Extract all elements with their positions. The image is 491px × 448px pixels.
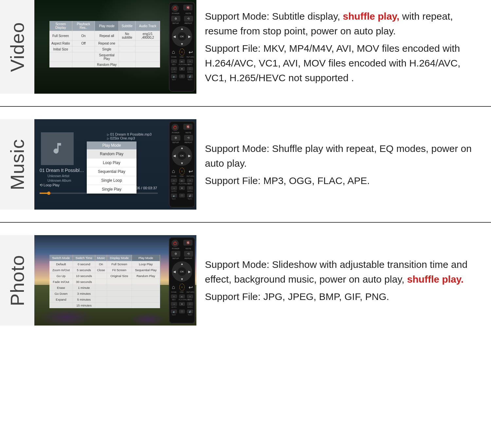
repeat-button[interactable]: ⟲	[184, 135, 193, 141]
setup-button[interactable]: ⚙	[171, 16, 180, 22]
menu-option[interactable]: 1 minute	[73, 285, 95, 291]
return-button[interactable]: ↩	[188, 168, 193, 175]
power-button[interactable]	[172, 124, 179, 131]
dpad[interactable]: ▲ ▼ ◀ ▶ OK	[172, 261, 192, 282]
mute-button[interactable]: 🔇	[183, 240, 192, 246]
ratio-button[interactable]: ⛶	[187, 67, 193, 71]
menu-header[interactable]: Screen Display	[49, 21, 72, 31]
play-mode-option[interactable]: Single Play	[87, 185, 136, 194]
mute-button[interactable]: 🔇	[183, 124, 192, 130]
dpad-up-icon[interactable]: ▲	[180, 27, 184, 30]
menu-option[interactable]: Off	[72, 41, 95, 47]
home-button[interactable]: ⌂	[171, 48, 176, 56]
menu-option[interactable]: 15 minutes	[73, 303, 95, 308]
stop-button[interactable]: ■	[179, 302, 185, 306]
menu-option[interactable]: eng1/1 ,48000,2	[136, 31, 160, 41]
info-button[interactable]: ⓘ	[179, 74, 185, 78]
play-mode-option[interactable]: Random Play	[87, 149, 136, 158]
menu-option[interactable]: Single	[95, 47, 119, 52]
music-file-item[interactable]: 01 Dream It Possible.mp3	[107, 132, 152, 136]
menu-header[interactable]: Switch Time	[73, 255, 95, 261]
menu-option[interactable]: Random Play	[95, 62, 119, 68]
setup-button[interactable]: ⚙	[171, 135, 180, 141]
dpad-right-icon[interactable]: ▶	[188, 270, 191, 273]
menu-option[interactable]: Initial Size	[49, 47, 72, 52]
menu-option[interactable]: 5 minutes	[73, 297, 95, 303]
power-button[interactable]	[172, 240, 179, 247]
ratio-button[interactable]: ⛶	[187, 186, 193, 190]
dpad-left-icon[interactable]: ◀	[173, 154, 176, 158]
ok-button[interactable]: OK	[178, 151, 186, 160]
play-pause-button[interactable]: ▸ıı	[179, 294, 185, 298]
dpad[interactable]: ▲ ▼ ◀ ▶ OK	[172, 26, 192, 47]
dpad-down-icon[interactable]: ▼	[180, 277, 184, 281]
menu-header[interactable]: Display Mode	[107, 255, 132, 261]
menu-option[interactable]: Zoom In/Out	[49, 267, 73, 273]
menu-option[interactable]: Fade In/Out	[49, 279, 73, 285]
vol-up-button[interactable]: 🔊	[187, 194, 193, 197]
rev-button[interactable]: «	[171, 59, 177, 63]
menu-option[interactable]: 0 second	[73, 261, 95, 267]
menu-option[interactable]: Repeat one	[95, 41, 119, 47]
menu-option[interactable]: Expand	[49, 297, 73, 303]
dpad-right-icon[interactable]: ▶	[188, 35, 191, 38]
play-pause-button[interactable]: ▸ıı	[179, 59, 185, 63]
menu-option[interactable]: 5 seconds	[73, 267, 95, 273]
menu-option[interactable]: Erase	[49, 285, 73, 291]
rev-button[interactable]: «	[171, 294, 177, 298]
menu-option[interactable]: Random Play	[132, 273, 160, 279]
mute-button[interactable]: 🔇	[183, 5, 192, 10]
menu-option[interactable]: No subtitle	[119, 31, 136, 41]
play-mode-option[interactable]: Sequential Play	[87, 167, 136, 176]
vol-down-button[interactable]: 🔉	[171, 74, 177, 78]
dpad-down-icon[interactable]: ▼	[180, 161, 184, 165]
vol-down-button[interactable]: 🔉	[171, 309, 177, 313]
fwd-button[interactable]: »	[187, 59, 193, 63]
home-button[interactable]: ⌂	[171, 168, 176, 175]
osd-button[interactable]: ≡	[179, 48, 185, 56]
dpad[interactable]: ▲ ▼ ◀ ▶ OK	[172, 145, 192, 166]
dpad-left-icon[interactable]: ◀	[173, 35, 176, 38]
menu-option[interactable]: Go Up	[49, 273, 73, 279]
menu-option[interactable]: Full Screen	[107, 261, 132, 267]
dpad-right-icon[interactable]: ▶	[188, 154, 191, 158]
menu-option[interactable]: On	[72, 31, 95, 41]
goto-button[interactable]: ⤙	[171, 302, 177, 306]
menu-option[interactable]: Go Down	[49, 291, 73, 297]
stop-button[interactable]: ■	[179, 186, 185, 190]
menu-option[interactable]: Full Screen	[49, 31, 72, 41]
menu-option[interactable]: 10 seconds	[73, 273, 95, 279]
repeat-button[interactable]: ⟲	[184, 251, 193, 257]
fwd-button[interactable]: »	[187, 294, 193, 298]
menu-option[interactable]: Fit Screen	[107, 267, 132, 273]
dpad-up-icon[interactable]: ▲	[180, 262, 184, 266]
music-file-item[interactable]: 02Six One.mp3	[107, 136, 152, 140]
menu-option[interactable]: Loop Play	[132, 261, 160, 267]
menu-option[interactable]: Sequential Play	[95, 52, 119, 62]
play-mode-option[interactable]: Single Loop	[87, 176, 136, 185]
osd-button[interactable]: ≡	[179, 284, 185, 291]
home-button[interactable]: ⌂	[171, 284, 176, 291]
menu-option[interactable]: Close	[95, 267, 107, 273]
menu-option[interactable]: Repeat all	[95, 31, 119, 41]
menu-option[interactable]: Default	[49, 261, 73, 267]
repeat-button[interactable]: ⟲	[184, 16, 193, 22]
menu-header[interactable]: Subtitle	[119, 21, 136, 31]
info-button[interactable]: ⓘ	[179, 309, 185, 313]
setup-button[interactable]: ⚙	[171, 251, 180, 257]
power-button[interactable]	[172, 5, 179, 12]
menu-option[interactable]: 30 seconds	[73, 279, 95, 285]
rev-button[interactable]: «	[171, 178, 177, 182]
vol-up-button[interactable]: 🔊	[187, 309, 193, 313]
dpad-down-icon[interactable]: ▼	[180, 42, 184, 46]
ok-button[interactable]: OK	[178, 32, 186, 41]
ratio-button[interactable]: ⛶	[187, 302, 193, 306]
play-mode-option[interactable]: Loop Play	[87, 158, 136, 167]
stop-button[interactable]: ■	[179, 67, 185, 71]
menu-header[interactable]: Playback Res..	[72, 21, 95, 31]
return-button[interactable]: ↩	[188, 284, 193, 291]
menu-option[interactable]: 3 minutes	[73, 291, 95, 297]
menu-header[interactable]: Play mode	[95, 21, 119, 31]
menu-header[interactable]: Play Mode	[132, 255, 160, 261]
vol-up-button[interactable]: 🔊	[187, 74, 193, 78]
